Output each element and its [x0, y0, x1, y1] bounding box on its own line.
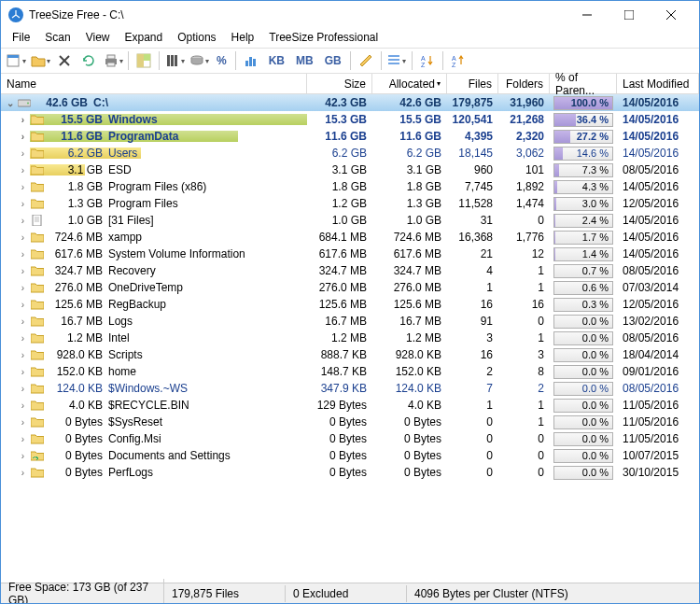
tree-row[interactable]: ›276.0 MBOneDriveTemp276.0 MB276.0 MB110… — [1, 279, 699, 296]
maximize-button[interactable] — [608, 2, 650, 28]
tree-row[interactable]: ›324.7 MBRecovery324.7 MB324.7 MB410.7 %… — [1, 262, 699, 279]
tree-row[interactable]: ›0 BytesConfig.Msi0 Bytes0 Bytes000.0 %1… — [1, 430, 699, 447]
mb-button[interactable]: MB — [291, 49, 318, 72]
svg-rect-18 — [245, 61, 248, 66]
menu-help[interactable]: Help — [224, 29, 262, 48]
col-folders[interactable]: Folders — [498, 74, 550, 93]
close-button[interactable] — [650, 2, 692, 28]
expand-icon[interactable]: › — [18, 199, 28, 209]
kb-button[interactable]: KB — [264, 49, 289, 72]
new-scan-button[interactable]: ▾ — [5, 49, 27, 72]
tree-row[interactable]: ›15.5 GBWindows15.3 GB15.5 GB120,54121,2… — [1, 111, 699, 128]
item-name: Program Files (x86) — [108, 180, 206, 193]
menu-expand[interactable]: Expand — [118, 29, 171, 48]
details-button[interactable]: ▾ — [385, 49, 408, 72]
disk-button[interactable]: ▾ — [188, 49, 210, 72]
expand-icon[interactable]: › — [18, 400, 28, 411]
app-icon — [8, 7, 23, 22]
svg-text:Z: Z — [421, 62, 426, 68]
tree-row[interactable]: ›1.0 GB[31 Files]1.0 GB1.0 GB3102.4 %14/… — [1, 212, 699, 229]
folder-icon — [30, 415, 45, 428]
expand-icon[interactable]: › — [18, 468, 28, 478]
expand-icon[interactable]: › — [18, 367, 28, 377]
treemap-button[interactable] — [133, 49, 155, 72]
delete-button[interactable] — [53, 49, 76, 72]
tree-row-root[interactable]: ⌄42.6 GBC:\42.3 GB42.6 GB179,87531,96010… — [1, 94, 699, 111]
menu-view[interactable]: View — [78, 29, 118, 48]
item-name: ESD — [108, 163, 132, 176]
expand-icon[interactable]: › — [18, 333, 28, 344]
minimize-button[interactable] — [566, 2, 608, 28]
expand-icon[interactable]: › — [18, 132, 28, 142]
tree-row[interactable]: ›1.3 GBProgram Files1.2 GB1.3 GB11,5281,… — [1, 195, 699, 212]
folder-icon — [30, 365, 45, 378]
tree-row[interactable]: ›152.0 KBhome148.7 KB152.0 KB280.0 %09/0… — [1, 363, 699, 380]
menu-scan[interactable]: Scan — [37, 29, 77, 48]
file-tree[interactable]: ⌄42.6 GBC:\42.3 GB42.6 GB179,87531,96010… — [1, 94, 699, 583]
menu-file[interactable]: File — [5, 29, 37, 48]
expand-icon[interactable]: › — [18, 451, 28, 461]
svg-rect-16 — [175, 55, 177, 66]
percent-button[interactable]: % — [212, 49, 231, 72]
menu-pro[interactable]: TreeSize Professional — [261, 29, 385, 48]
folder-icon — [30, 113, 45, 126]
expand-icon[interactable]: › — [18, 350, 28, 360]
tree-row[interactable]: ›125.6 MBRegBackup125.6 MB125.6 MB16160.… — [1, 296, 699, 313]
item-name: $SysReset — [108, 415, 162, 428]
item-name: Users — [108, 147, 137, 160]
tree-row[interactable]: ›0 Bytes$SysReset0 Bytes0 Bytes010.0 %11… — [1, 414, 699, 430]
col-files[interactable]: Files — [447, 74, 498, 93]
print-button[interactable]: ▾ — [102, 49, 124, 72]
svg-rect-12 — [137, 54, 144, 67]
folder-icon — [30, 130, 45, 143]
tree-row[interactable]: ›16.7 MBLogs16.7 MB16.7 MB9100.0 %13/02/… — [1, 313, 699, 330]
tree-row[interactable]: ›0 BytesPerfLogs0 Bytes0 Bytes000.0 %30/… — [1, 464, 699, 481]
refresh-button[interactable] — [77, 49, 100, 72]
tree-row[interactable]: ›6.2 GBUsers6.2 GB6.2 GB18,1453,06214.6 … — [1, 145, 699, 162]
expand-icon[interactable]: › — [18, 417, 28, 428]
tree-row[interactable]: ›928.0 KBScripts888.7 KB928.0 KB1630.0 %… — [1, 346, 699, 363]
expand-icon[interactable]: › — [18, 115, 28, 125]
tree-row[interactable]: ›11.6 GBProgramData11.6 GB11.6 GB4,3952,… — [1, 128, 699, 145]
tree-row[interactable]: ›617.6 MBSystem Volume Information617.6 … — [1, 246, 699, 262]
sort-asc-button[interactable]: AZ — [416, 49, 439, 72]
expand-icon[interactable]: › — [18, 384, 28, 394]
chart-button[interactable] — [240, 49, 262, 72]
expand-icon[interactable]: › — [18, 434, 28, 444]
expand-icon[interactable]: › — [18, 300, 28, 310]
tree-row[interactable]: ›1.2 MBIntel1.2 MB1.2 MB310.0 %08/05/201… — [1, 330, 699, 346]
col-allocated[interactable]: Allocated▾ — [372, 74, 447, 93]
svg-rect-30 — [33, 215, 41, 226]
columns-button[interactable]: ▾ — [163, 49, 186, 72]
gb-button[interactable]: GB — [320, 49, 346, 72]
tree-row[interactable]: ›4.0 KB$RECYCLE.BIN129 Bytes4.0 KB110.0 … — [1, 397, 699, 414]
folder-icon — [30, 399, 45, 412]
tree-row[interactable]: ›724.6 MBxampp684.1 MB724.6 MB16,3681,77… — [1, 229, 699, 246]
expand-icon[interactable]: › — [18, 283, 28, 293]
expand-icon[interactable]: › — [18, 232, 28, 243]
expand-icon[interactable]: › — [18, 316, 28, 327]
tree-row[interactable]: ›0 BytesDocuments and Settings0 Bytes0 B… — [1, 447, 699, 464]
tree-row[interactable]: ›3.1 GBESD3.1 GB3.1 GB9601017.3 %08/05/2… — [1, 162, 699, 178]
tree-row[interactable]: ›1.8 GBProgram Files (x86)1.8 GB1.8 GB7,… — [1, 178, 699, 195]
open-folder-button[interactable]: ▾ — [29, 49, 51, 72]
expand-icon[interactable]: › — [18, 249, 28, 260]
expand-icon[interactable]: › — [18, 266, 28, 276]
expand-icon[interactable]: › — [18, 216, 28, 226]
collapse-icon[interactable]: ⌄ — [5, 98, 15, 108]
sort-options-button[interactable]: AZ — [447, 49, 469, 72]
item-name: Recovery — [108, 264, 156, 277]
col-size[interactable]: Size — [307, 74, 372, 93]
expand-icon[interactable]: › — [18, 148, 28, 159]
expand-icon[interactable]: › — [18, 165, 28, 176]
folder-icon — [30, 331, 45, 344]
col-percent[interactable]: % of Paren... — [550, 74, 617, 93]
menu-options[interactable]: Options — [170, 29, 223, 48]
status-freespace: Free Space: 173 GB (of 237 GB) — [1, 579, 164, 605]
expand-icon[interactable]: › — [18, 182, 28, 192]
col-name[interactable]: Name — [1, 74, 307, 93]
tree-row[interactable]: ›124.0 KB$Windows.~WS347.9 KB124.0 KB720… — [1, 380, 699, 397]
ruler-button[interactable] — [355, 49, 377, 72]
col-modified[interactable]: Last Modified — [617, 74, 699, 93]
svg-text:Z: Z — [452, 62, 456, 68]
